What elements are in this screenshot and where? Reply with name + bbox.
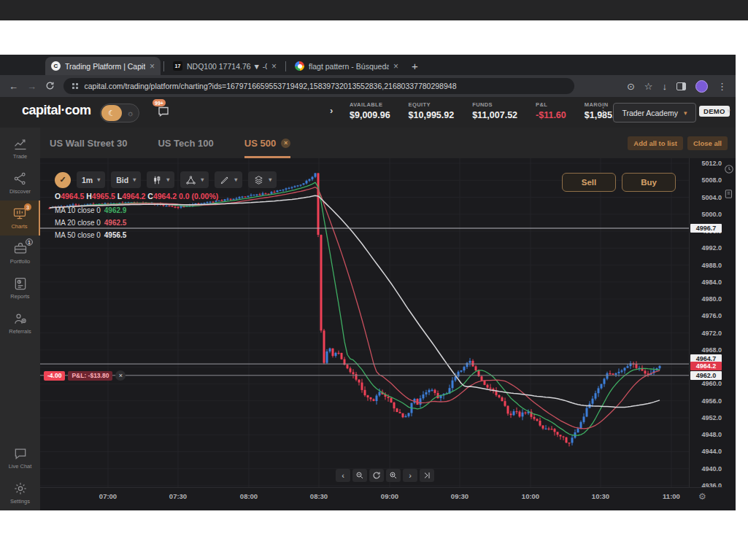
candles-icon (152, 175, 162, 185)
zoom-out-button[interactable] (352, 469, 367, 482)
account-stat: AVAILABLE$9,009.96 (350, 101, 390, 120)
draw-dropdown[interactable]: ▾ (215, 171, 242, 188)
time-axis[interactable]: ⚙ 07:0007:3008:0008:3009:0009:3010:0010:… (40, 487, 722, 505)
site-info-icon[interactable] (72, 83, 78, 89)
demo-account-badge[interactable]: DEMO (699, 106, 730, 117)
chevron-down-icon: ▾ (684, 109, 687, 117)
price-tick-label: 4956.0 (690, 397, 722, 405)
alert-clock-icon[interactable] (724, 164, 734, 177)
price-level-label: 4996.7 (690, 224, 722, 233)
side-panel-icon[interactable] (676, 82, 686, 90)
instrument-tab-label: US 500 (244, 138, 276, 149)
ma-indicator-row[interactable]: MA 50 close 04956.5 (55, 231, 126, 239)
account-stat: EQUITY$10,995.92 (409, 101, 455, 120)
browser-tab[interactable]: CTrading Platform | Capital.co× (45, 57, 161, 75)
trader-academy-dropdown[interactable]: Trader Academy ▾ (613, 103, 696, 122)
chevron-down-icon: ▾ (133, 176, 136, 183)
sidebar-item-label: Reports (10, 293, 29, 300)
account-chevron-icon[interactable]: ▾ (727, 107, 730, 114)
ma-indicator-row[interactable]: MA 10 close 04962.9 (55, 206, 126, 214)
price-level-label: 4962.0 (690, 371, 722, 380)
time-tick-label: 09:30 (451, 492, 469, 500)
instrument-tab-us-500[interactable]: US 500× (244, 128, 290, 158)
moon-icon[interactable]: ☾ (101, 105, 122, 121)
notifications-button[interactable]: 99+ (157, 104, 171, 119)
password-icon[interactable]: ⊙ (627, 82, 635, 91)
sidebar-item-charts[interactable]: Charts3 (0, 201, 40, 236)
open-position-tag: -4.00 P&L: -$13.80 × (44, 370, 126, 381)
chevron-down-icon: ▾ (166, 176, 169, 183)
price-type-dropdown[interactable]: Bid ▾ (111, 171, 141, 188)
profile-avatar[interactable] (695, 80, 708, 93)
notes-icon[interactable] (724, 189, 734, 202)
add-all-to-list-button[interactable]: Add all to list (628, 136, 683, 150)
tab-close-icon[interactable]: × (393, 62, 398, 71)
ma-indicator-row[interactable]: MA 20 close 04962.5 (55, 219, 126, 227)
price-axis[interactable]: 5012.05008.05004.05000.04996.04992.04988… (689, 158, 722, 487)
chevron-down-icon: ▾ (234, 176, 237, 183)
scroll-right-button[interactable]: › (403, 469, 417, 482)
browser-tab[interactable]: 17NDQ100 17714.76 ▼ -0.8% W× (167, 57, 282, 75)
close-all-button[interactable]: Close all (687, 136, 728, 150)
buy-button[interactable]: Buy (622, 173, 676, 192)
new-tab-button[interactable]: + (412, 60, 418, 72)
browser-tab-strip: CTrading Platform | Capital.co×17NDQ100 … (0, 55, 736, 75)
trade-buttons: Sell Buy (562, 173, 676, 192)
address-bar[interactable]: capital.com/trading/platform/charting?id… (63, 78, 574, 94)
tab-close-icon[interactable]: × (271, 62, 277, 71)
tab-title: NDQ100 17714.76 ▼ -0.8% W (187, 62, 267, 71)
forward-icon[interactable]: → (27, 82, 36, 91)
interval-dropdown[interactable]: 1m ▾ (77, 171, 105, 188)
axis-settings-gear-icon[interactable]: ⚙ (698, 491, 706, 502)
time-tick-label: 11:00 (663, 492, 680, 500)
trader-academy-label: Trader Academy (622, 109, 678, 117)
pencil-icon (220, 175, 230, 185)
browser-tab[interactable]: flagt pattern - Búsqueda de G× (289, 57, 404, 75)
back-icon[interactable]: ← (9, 82, 18, 91)
scroll-left-button[interactable]: ‹ (336, 469, 350, 482)
go-to-realtime-button[interactable] (420, 469, 434, 482)
download-icon[interactable]: ↓ (663, 82, 668, 91)
price-tick-label: 4948.0 (690, 431, 722, 438)
candlestick-chart[interactable] (40, 158, 689, 487)
expand-stats-icon[interactable]: › (330, 105, 333, 116)
header-kebab-icon[interactable]: ⋮ (598, 105, 608, 116)
price-tick-label: 4952.0 (690, 414, 722, 421)
reset-chart-button[interactable] (369, 469, 384, 482)
reload-icon[interactable] (45, 81, 55, 92)
sidebar-item-discover[interactable]: Discover (0, 166, 40, 201)
menu-kebab-icon[interactable]: ⋮ (717, 82, 727, 91)
theme-toggle[interactable]: ☾ ☼ (100, 104, 139, 122)
indicators-dropdown[interactable]: ▾ (248, 171, 277, 188)
sidebar-item-reports[interactable]: Reports (0, 271, 40, 306)
zoom-in-button[interactable] (386, 469, 401, 482)
close-position-icon[interactable]: × (115, 370, 126, 381)
tab-separator (285, 61, 286, 71)
chart-type-dropdown[interactable]: ▾ (147, 171, 174, 188)
sun-icon[interactable]: ☼ (122, 109, 139, 117)
time-tick-label: 07:30 (169, 492, 187, 500)
url-text: capital.com/trading/platform/charting?id… (85, 82, 457, 90)
sidebar-item-trade[interactable]: Trade (0, 131, 40, 166)
chart-area[interactable]: 5012.05008.05004.05000.04996.04992.04988… (40, 158, 736, 510)
tab-separator (163, 61, 164, 71)
ma-value: 4962.5 (104, 219, 127, 227)
sidebar-item-settings[interactable]: Settings (0, 475, 40, 510)
letterbox-top (0, 0, 748, 20)
chart-account-icon[interactable]: ✓ (55, 172, 71, 188)
close-instrument-icon[interactable]: × (281, 139, 290, 148)
sidebar-item-live-chat[interactable]: Live Chat (0, 440, 40, 475)
instrument-tab-us-tech-100[interactable]: US Tech 100 (158, 128, 213, 158)
instrument-tab-us-wall-street-30[interactable]: US Wall Street 30 (50, 128, 127, 158)
shapes-dropdown[interactable]: ▾ (180, 171, 209, 188)
sidebar-item-referrals[interactable]: Referrals (0, 306, 40, 341)
instrument-tab-label: US Wall Street 30 (50, 138, 127, 149)
sell-button[interactable]: Sell (562, 173, 616, 192)
price-tick-label: 5008.0 (690, 176, 722, 184)
chart-toolbar: ✓ 1m ▾ Bid ▾ ▾ ▾ (55, 171, 277, 188)
tab-close-icon[interactable]: × (150, 62, 155, 71)
bookmark-star-icon[interactable]: ☆ (644, 82, 653, 91)
time-tick-label: 07:00 (99, 492, 117, 500)
sidebar-item-portfolio[interactable]: Portfolio1 (0, 236, 40, 271)
stat-label: EQUITY (409, 101, 455, 108)
